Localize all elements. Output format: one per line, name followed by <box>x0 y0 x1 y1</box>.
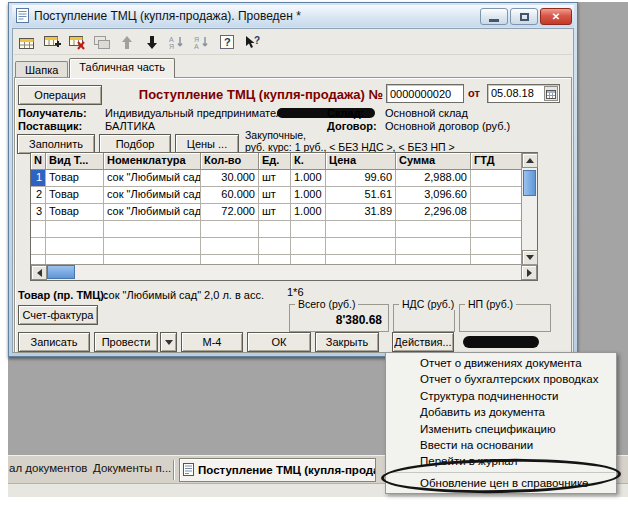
cell-type[interactable]: Товар <box>46 204 104 221</box>
cell-k[interactable]: 1.000 <box>291 187 326 204</box>
calendar-button[interactable] <box>544 86 558 101</box>
close-button[interactable]: ✕ <box>540 8 572 25</box>
taskbar-tab-active[interactable]: Поступление ТМЦ (купля-прода... <box>179 458 376 482</box>
menu-item-accounting-entries[interactable]: Отчет о бухгалтерских проводках <box>386 371 616 387</box>
operation-button[interactable]: Операция <box>18 85 102 105</box>
post-button[interactable]: Провести <box>94 332 158 352</box>
m4-button[interactable]: М-4 <box>181 332 243 352</box>
scroll-right-arrow[interactable] <box>521 265 537 280</box>
col-header-nomenclature[interactable]: Номенклатура <box>104 153 201 170</box>
menu-item-doc-movements[interactable]: Отчет о движениях документа <box>386 355 616 371</box>
cell-unit[interactable]: шт <box>259 204 291 221</box>
left-arrow-icon <box>37 269 42 277</box>
invoice-button[interactable]: Счет-фактура <box>18 305 98 325</box>
doc-date-input[interactable]: 05.08.18 <box>487 84 560 103</box>
help-icon[interactable]: ? <box>218 34 236 52</box>
minimize-button[interactable] <box>480 8 508 25</box>
cell-gtd[interactable] <box>471 204 523 221</box>
cell-sum[interactable]: 3,096.60 <box>396 187 471 204</box>
cell-unit[interactable]: шт <box>259 170 291 187</box>
delete-row-icon[interactable] <box>68 34 86 52</box>
context-help-icon[interactable]: ? <box>243 34 261 52</box>
svg-text:?: ? <box>254 35 260 46</box>
move-up-icon[interactable] <box>118 34 136 52</box>
fill-button[interactable]: Заполнить <box>17 134 95 154</box>
price-type-line1: Закупочные, <box>245 129 306 141</box>
sort-asc-icon[interactable]: АЯ <box>168 34 186 52</box>
cell-price[interactable]: 51.61 <box>326 187 396 204</box>
menu-item-add-from-document[interactable]: Добавить из документа <box>386 404 616 420</box>
restore-button[interactable] <box>510 8 538 25</box>
col-header-type[interactable]: Вид Т... <box>46 153 104 170</box>
total-label: Всего (руб.) <box>295 298 358 310</box>
cell-nomenclature[interactable]: сок "Любимый сад" 2,0 <box>104 170 201 187</box>
menu-item-update-prices[interactable]: Обновление цен в справочнике <box>386 475 616 491</box>
cell-row-number[interactable]: 1 <box>31 170 46 187</box>
cell-qty[interactable]: 72.000 <box>201 204 259 221</box>
tab-table-part[interactable]: Табличная часть <box>69 58 175 78</box>
taskbar-tab-journal[interactable]: ал документов <box>9 462 87 474</box>
cell-nomenclature[interactable]: сок "Любимый сад" 1,0 <box>104 187 201 204</box>
col-header-price[interactable]: Цена <box>326 153 396 170</box>
col-header-k[interactable]: К. <box>291 153 326 170</box>
cell-price[interactable]: 31.89 <box>326 204 396 221</box>
prices-button[interactable]: Цены ... <box>175 134 239 154</box>
menu-item-go-to-journal[interactable]: Перейти в журнал <box>386 453 616 469</box>
cell-type[interactable]: Товар <box>46 187 104 204</box>
horizontal-scrollbar[interactable] <box>31 264 537 280</box>
cell-price[interactable]: 99.60 <box>326 170 396 187</box>
taskbar-tab-documents[interactable]: Документы п... <box>93 462 171 474</box>
col-header-qty[interactable]: Кол-во <box>201 153 259 170</box>
col-header-sum[interactable]: Сумма <box>396 153 471 170</box>
ok-button[interactable]: ОК <box>247 332 311 352</box>
table-row[interactable]: 2 Товар сок "Любимый сад" 1,0 60.000 шт … <box>31 187 537 204</box>
cell-sum[interactable]: 2,296.08 <box>396 204 471 221</box>
scroll-left-arrow[interactable] <box>31 265 47 280</box>
cell-k[interactable]: 1.000 <box>291 204 326 221</box>
table-row[interactable]: 3 Товар сок "Любимый сад" 0,5 72.000 шт … <box>31 204 537 221</box>
cell-gtd[interactable] <box>471 170 523 187</box>
add-row-icon[interactable] <box>43 34 61 52</box>
edit-row-icon[interactable] <box>18 34 36 52</box>
vertical-scroll-thumb[interactable] <box>523 170 536 196</box>
cell-unit[interactable]: шт <box>259 187 291 204</box>
toolbar: АЯ ЯА ? ? <box>14 31 572 55</box>
actions-button[interactable]: Действия... <box>392 332 454 352</box>
move-down-icon[interactable] <box>143 34 161 52</box>
screenshot-root: Поступление ТМЦ (купля-продажа). Проведе… <box>0 0 628 505</box>
cell-gtd[interactable] <box>471 187 523 204</box>
supplier-value: БАЛТИКА <box>105 120 155 132</box>
sort-desc-icon[interactable]: ЯА <box>193 34 211 52</box>
table-row[interactable]: 1 Товар сок "Любимый сад" 2,0 30.000 шт … <box>31 170 537 187</box>
pick-button[interactable]: Подбор <box>99 134 171 154</box>
restore-icon <box>520 13 529 21</box>
menu-item-subordination-structure[interactable]: Структура подчиненности <box>386 388 616 404</box>
cell-qty[interactable]: 30.000 <box>201 170 259 187</box>
tab-header[interactable]: Шапка <box>15 61 68 78</box>
cell-k[interactable]: 1.000 <box>291 170 326 187</box>
menu-separator <box>387 472 615 473</box>
scroll-up-arrow[interactable] <box>522 153 538 168</box>
menu-item-enter-on-basis[interactable]: Ввести на основании <box>386 437 616 453</box>
cell-type[interactable]: Товар <box>46 170 104 187</box>
pack-info: 1*6 <box>287 286 304 298</box>
horizontal-scroll-thumb[interactable] <box>47 265 75 279</box>
window-titlebar[interactable]: Поступление ТМЦ (купля-продажа). Проведе… <box>12 5 574 27</box>
cell-nomenclature[interactable]: сок "Любимый сад" 0,5 <box>104 204 201 221</box>
scroll-down-arrow[interactable] <box>522 250 538 265</box>
col-header-unit[interactable]: Ед. <box>259 153 291 170</box>
menu-item-change-specification[interactable]: Изменить спецификацию <box>386 421 616 437</box>
col-header-gtd[interactable]: ГТД <box>471 153 523 170</box>
col-header-n[interactable]: N <box>31 153 46 170</box>
cell-qty[interactable]: 60.000 <box>201 187 259 204</box>
copy-row-icon[interactable] <box>93 34 111 52</box>
cell-row-number[interactable]: 3 <box>31 204 46 221</box>
post-dropdown-button[interactable] <box>160 332 177 352</box>
doc-number-input[interactable] <box>386 84 464 103</box>
vertical-scrollbar[interactable] <box>521 153 537 265</box>
close-doc-button[interactable]: Закрыть <box>315 332 379 352</box>
cell-sum[interactable]: 2,988.00 <box>396 170 471 187</box>
doc-title: Поступление ТМЦ (купля-продажа) № <box>115 87 383 102</box>
cell-row-number[interactable]: 2 <box>31 187 46 204</box>
write-button[interactable]: Записать <box>18 332 90 352</box>
